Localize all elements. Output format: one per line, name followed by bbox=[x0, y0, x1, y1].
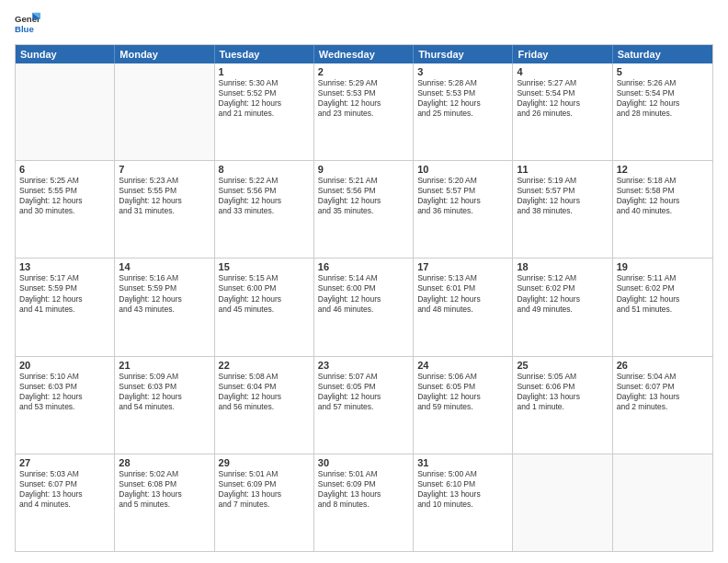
calendar-cell bbox=[16, 63, 115, 160]
calendar-cell: 13Sunrise: 5:17 AM Sunset: 5:59 PM Dayli… bbox=[16, 259, 115, 355]
day-details: Sunrise: 5:00 AM Sunset: 6:10 PM Dayligh… bbox=[417, 469, 508, 510]
day-number: 11 bbox=[517, 164, 608, 175]
calendar-cell: 17Sunrise: 5:13 AM Sunset: 6:01 PM Dayli… bbox=[414, 259, 513, 355]
day-details: Sunrise: 5:12 AM Sunset: 6:02 PM Dayligh… bbox=[517, 273, 608, 314]
weekday-header: Sunday bbox=[16, 45, 115, 63]
day-number: 2 bbox=[318, 66, 409, 77]
day-details: Sunrise: 5:11 AM Sunset: 6:02 PM Dayligh… bbox=[617, 273, 709, 314]
day-details: Sunrise: 5:05 AM Sunset: 6:06 PM Dayligh… bbox=[517, 372, 608, 412]
day-details: Sunrise: 5:06 AM Sunset: 6:05 PM Dayligh… bbox=[417, 372, 508, 412]
calendar-cell: 5Sunrise: 5:26 AM Sunset: 5:54 PM Daylig… bbox=[613, 63, 712, 160]
day-details: Sunrise: 5:21 AM Sunset: 5:56 PM Dayligh… bbox=[318, 176, 409, 216]
day-number: 22 bbox=[219, 360, 310, 371]
day-number: 9 bbox=[318, 164, 409, 175]
day-number: 31 bbox=[417, 457, 508, 468]
day-details: Sunrise: 5:18 AM Sunset: 5:58 PM Dayligh… bbox=[617, 176, 709, 216]
day-number: 21 bbox=[119, 360, 210, 371]
weekday-header: Monday bbox=[115, 45, 214, 63]
calendar-cell: 25Sunrise: 5:05 AM Sunset: 6:06 PM Dayli… bbox=[513, 357, 612, 454]
page: General Blue SundayMondayTuesdayWednesda… bbox=[0, 0, 728, 563]
calendar-cell: 9Sunrise: 5:21 AM Sunset: 5:56 PM Daylig… bbox=[314, 161, 414, 258]
calendar-cell: 15Sunrise: 5:15 AM Sunset: 6:00 PM Dayli… bbox=[215, 259, 314, 355]
day-number: 19 bbox=[617, 261, 709, 272]
day-details: Sunrise: 5:08 AM Sunset: 6:04 PM Dayligh… bbox=[219, 372, 310, 412]
day-details: Sunrise: 5:02 AM Sunset: 6:08 PM Dayligh… bbox=[119, 469, 210, 510]
calendar-cell: 10Sunrise: 5:20 AM Sunset: 5:57 PM Dayli… bbox=[414, 161, 513, 258]
day-details: Sunrise: 5:25 AM Sunset: 5:55 PM Dayligh… bbox=[19, 176, 110, 216]
calendar-cell: 3Sunrise: 5:28 AM Sunset: 5:53 PM Daylig… bbox=[414, 63, 513, 160]
day-details: Sunrise: 5:15 AM Sunset: 6:00 PM Dayligh… bbox=[219, 273, 310, 314]
calendar-cell: 29Sunrise: 5:01 AM Sunset: 6:09 PM Dayli… bbox=[215, 454, 314, 551]
day-number: 3 bbox=[417, 66, 508, 77]
day-number: 29 bbox=[219, 457, 310, 468]
header: General Blue bbox=[15, 11, 713, 37]
calendar-cell: 7Sunrise: 5:23 AM Sunset: 5:55 PM Daylig… bbox=[115, 161, 214, 258]
calendar-cell: 22Sunrise: 5:08 AM Sunset: 6:04 PM Dayli… bbox=[215, 357, 314, 454]
calendar-cell: 11Sunrise: 5:19 AM Sunset: 5:57 PM Dayli… bbox=[513, 161, 612, 258]
day-number: 30 bbox=[318, 457, 409, 468]
calendar-row: 6Sunrise: 5:25 AM Sunset: 5:55 PM Daylig… bbox=[16, 160, 712, 258]
day-details: Sunrise: 5:01 AM Sunset: 6:09 PM Dayligh… bbox=[318, 469, 409, 510]
day-number: 23 bbox=[318, 360, 409, 371]
day-number: 7 bbox=[119, 164, 210, 175]
calendar-cell bbox=[513, 454, 612, 551]
day-details: Sunrise: 5:09 AM Sunset: 6:03 PM Dayligh… bbox=[119, 372, 210, 412]
day-number: 25 bbox=[517, 360, 608, 371]
day-number: 17 bbox=[417, 261, 508, 272]
day-number: 14 bbox=[119, 261, 210, 272]
svg-text:Blue: Blue bbox=[15, 24, 34, 34]
weekday-header: Thursday bbox=[414, 45, 513, 63]
day-number: 1 bbox=[219, 66, 310, 77]
calendar-row: 20Sunrise: 5:10 AM Sunset: 6:03 PM Dayli… bbox=[16, 356, 712, 454]
calendar-cell: 27Sunrise: 5:03 AM Sunset: 6:07 PM Dayli… bbox=[16, 454, 115, 551]
weekday-header: Tuesday bbox=[215, 45, 314, 63]
calendar-cell: 30Sunrise: 5:01 AM Sunset: 6:09 PM Dayli… bbox=[314, 454, 414, 551]
day-details: Sunrise: 5:04 AM Sunset: 6:07 PM Dayligh… bbox=[617, 372, 709, 412]
day-details: Sunrise: 5:07 AM Sunset: 6:05 PM Dayligh… bbox=[318, 372, 409, 412]
day-details: Sunrise: 5:20 AM Sunset: 5:57 PM Dayligh… bbox=[417, 176, 508, 216]
day-details: Sunrise: 5:22 AM Sunset: 5:56 PM Dayligh… bbox=[219, 176, 310, 216]
calendar-cell: 24Sunrise: 5:06 AM Sunset: 6:05 PM Dayli… bbox=[414, 357, 513, 454]
logo: General Blue bbox=[15, 11, 40, 37]
day-details: Sunrise: 5:30 AM Sunset: 5:52 PM Dayligh… bbox=[219, 78, 310, 119]
calendar-cell: 12Sunrise: 5:18 AM Sunset: 5:58 PM Dayli… bbox=[613, 161, 712, 258]
day-details: Sunrise: 5:03 AM Sunset: 6:07 PM Dayligh… bbox=[19, 469, 110, 510]
calendar-cell: 2Sunrise: 5:29 AM Sunset: 5:53 PM Daylig… bbox=[314, 63, 414, 160]
weekday-header: Wednesday bbox=[314, 45, 414, 63]
day-number: 8 bbox=[219, 164, 310, 175]
calendar-row: 1Sunrise: 5:30 AM Sunset: 5:52 PM Daylig… bbox=[16, 63, 712, 160]
day-details: Sunrise: 5:10 AM Sunset: 6:03 PM Dayligh… bbox=[19, 372, 110, 412]
day-number: 24 bbox=[417, 360, 508, 371]
calendar-header: SundayMondayTuesdayWednesdayThursdayFrid… bbox=[16, 45, 712, 63]
day-number: 18 bbox=[517, 261, 608, 272]
calendar-cell: 8Sunrise: 5:22 AM Sunset: 5:56 PM Daylig… bbox=[215, 161, 314, 258]
day-number: 5 bbox=[617, 66, 709, 77]
calendar-cell: 20Sunrise: 5:10 AM Sunset: 6:03 PM Dayli… bbox=[16, 357, 115, 454]
calendar-cell: 21Sunrise: 5:09 AM Sunset: 6:03 PM Dayli… bbox=[115, 357, 214, 454]
day-details: Sunrise: 5:26 AM Sunset: 5:54 PM Dayligh… bbox=[617, 78, 709, 119]
day-number: 28 bbox=[119, 457, 210, 468]
day-number: 12 bbox=[617, 164, 709, 175]
calendar-row: 13Sunrise: 5:17 AM Sunset: 5:59 PM Dayli… bbox=[16, 258, 712, 355]
calendar-cell: 18Sunrise: 5:12 AM Sunset: 6:02 PM Dayli… bbox=[513, 259, 612, 355]
calendar-body: 1Sunrise: 5:30 AM Sunset: 5:52 PM Daylig… bbox=[16, 63, 712, 551]
calendar-cell: 1Sunrise: 5:30 AM Sunset: 5:52 PM Daylig… bbox=[215, 63, 314, 160]
logo-icon: General Blue bbox=[15, 11, 40, 37]
calendar-cell: 31Sunrise: 5:00 AM Sunset: 6:10 PM Dayli… bbox=[414, 454, 513, 551]
day-number: 26 bbox=[617, 360, 709, 371]
calendar-cell: 23Sunrise: 5:07 AM Sunset: 6:05 PM Dayli… bbox=[314, 357, 414, 454]
calendar: SundayMondayTuesdayWednesdayThursdayFrid… bbox=[15, 44, 713, 552]
calendar-cell: 28Sunrise: 5:02 AM Sunset: 6:08 PM Dayli… bbox=[115, 454, 214, 551]
day-number: 15 bbox=[219, 261, 310, 272]
weekday-header: Friday bbox=[513, 45, 612, 63]
weekday-header: Saturday bbox=[613, 45, 712, 63]
day-details: Sunrise: 5:14 AM Sunset: 6:00 PM Dayligh… bbox=[318, 273, 409, 314]
day-number: 20 bbox=[19, 360, 110, 371]
day-number: 10 bbox=[417, 164, 508, 175]
day-number: 13 bbox=[19, 261, 110, 272]
day-number: 6 bbox=[19, 164, 110, 175]
day-number: 16 bbox=[318, 261, 409, 272]
calendar-cell bbox=[613, 454, 712, 551]
day-details: Sunrise: 5:27 AM Sunset: 5:54 PM Dayligh… bbox=[517, 78, 608, 119]
calendar-cell: 6Sunrise: 5:25 AM Sunset: 5:55 PM Daylig… bbox=[16, 161, 115, 258]
